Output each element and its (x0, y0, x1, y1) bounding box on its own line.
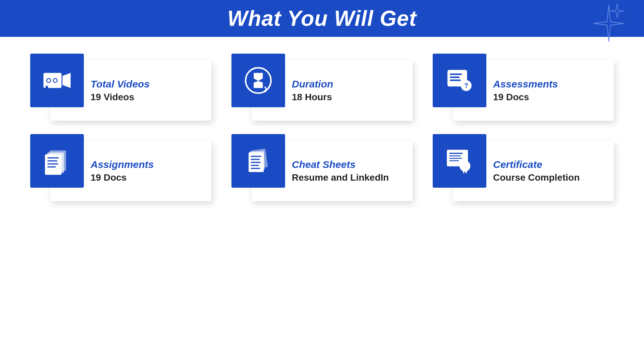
svg-rect-10 (450, 73, 462, 75)
svg-rect-20 (47, 160, 57, 162)
assignments-label: Assignments (91, 159, 154, 170)
svg-rect-12 (450, 79, 461, 81)
header: What You Will Get (0, 0, 644, 37)
svg-rect-33 (449, 156, 461, 157)
svg-rect-19 (47, 157, 59, 159)
svg-point-38 (463, 163, 467, 168)
svg-rect-28 (251, 162, 261, 163)
svg-text:?: ? (464, 82, 468, 89)
svg-rect-27 (251, 159, 260, 160)
star-decoration-icon (580, 2, 627, 49)
card-assignments: Assignments 19 Docs (30, 134, 211, 201)
svg-rect-35 (449, 160, 459, 161)
svg-marker-1 (62, 73, 70, 88)
assignments-value: 19 Docs (91, 172, 154, 183)
assessments-label: Assessments (493, 78, 558, 90)
svg-rect-30 (251, 168, 260, 169)
card-assessments: ? Assessments 19 Docs (433, 54, 614, 121)
certificate-icon-box (433, 134, 486, 188)
hourglass-icon-box (231, 54, 285, 107)
assessment-icon: ? (444, 65, 475, 96)
assignments-icon (42, 146, 72, 176)
svg-rect-26 (251, 156, 262, 157)
svg-rect-32 (449, 153, 463, 154)
card-cheat-sheets: Cheat Sheets Resume and LinkedIn (231, 134, 413, 201)
certificate-label: Certificate (493, 159, 580, 170)
svg-rect-21 (47, 163, 58, 165)
cheat-sheets-value: Resume and LinkedIn (292, 172, 389, 183)
hourglass-icon (243, 65, 273, 96)
video-camera-icon (42, 65, 72, 96)
page-title: What You Will Get (227, 6, 417, 31)
cards-row-1: Total Videos 19 Videos Duration (20, 54, 624, 121)
assignments-icon-box (30, 134, 84, 188)
svg-rect-34 (449, 158, 462, 159)
svg-rect-22 (47, 166, 56, 168)
card-certificate: Certificate Course Completion (433, 134, 614, 201)
assessments-value: 19 Docs (493, 92, 558, 103)
main-content: Total Videos 19 Videos Duration (0, 37, 644, 201)
cheat-sheets-icon (243, 146, 273, 176)
cheat-sheets-label: Cheat Sheets (292, 159, 389, 170)
svg-rect-11 (450, 76, 460, 78)
duration-label: Duration (292, 78, 333, 90)
card-total-videos: Total Videos 19 Videos (30, 54, 211, 121)
certificate-value: Course Completion (493, 172, 580, 183)
assessment-icon-box: ? (433, 54, 486, 107)
svg-rect-29 (251, 165, 259, 166)
cheat-sheets-icon-box (231, 134, 285, 188)
total-videos-value: 19 Videos (91, 92, 150, 103)
svg-rect-6 (46, 86, 48, 88)
total-videos-label: Total Videos (91, 78, 150, 90)
svg-point-5 (54, 79, 57, 82)
certificate-icon (444, 146, 475, 176)
duration-value: 18 Hours (292, 92, 333, 103)
video-camera-icon-box (30, 54, 84, 107)
svg-point-3 (47, 79, 50, 82)
card-duration: Duration 18 Hours (231, 54, 413, 121)
cards-row-2: Assignments 19 Docs (20, 134, 624, 201)
